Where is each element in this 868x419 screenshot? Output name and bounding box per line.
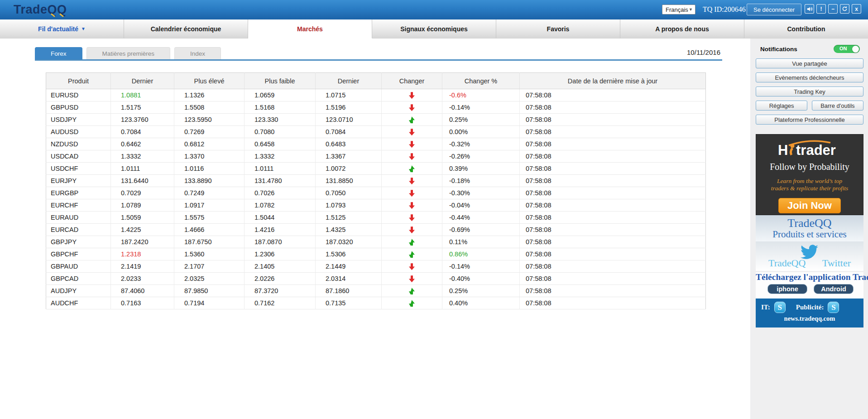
last-price-2: 123.0710 bbox=[316, 114, 382, 126]
change-percent: -0.69% bbox=[442, 224, 520, 236]
language-select[interactable]: Français ▼ bbox=[662, 5, 695, 14]
tab-favoris[interactable]: Favoris bbox=[496, 19, 620, 39]
product-link[interactable]: GBPCAD bbox=[46, 273, 111, 285]
tab-signaux-economiques[interactable]: Signaux économiques bbox=[372, 19, 496, 39]
product-link[interactable]: AUDUSD bbox=[46, 126, 111, 138]
product-link[interactable]: AUDJPY bbox=[46, 285, 111, 297]
hitrader-ad[interactable]: H trader Follow by Probability Learn fro… bbox=[756, 134, 863, 215]
low-price: 1.5168 bbox=[245, 101, 316, 114]
last-price-2: 0.6483 bbox=[316, 138, 382, 150]
change-percent: 0.00% bbox=[442, 126, 520, 138]
trading-key-button[interactable]: Trading Key bbox=[756, 87, 863, 96]
footer-site-link[interactable]: news.tradeqq.com bbox=[756, 315, 863, 323]
product-link[interactable]: USDCHF bbox=[46, 163, 111, 175]
market-row: GBPCAD2.02332.03252.02262.0314-0.40%07:5… bbox=[46, 273, 706, 285]
product-link[interactable]: EURJPY bbox=[46, 175, 111, 187]
last-price-2: 2.1449 bbox=[316, 260, 382, 273]
change-percent: -0.44% bbox=[442, 212, 520, 224]
notifications-label: Notifications bbox=[760, 46, 797, 53]
product-link[interactable]: GBPUSD bbox=[46, 101, 111, 114]
notifications-toggle[interactable]: ON bbox=[834, 45, 860, 53]
high-price: 133.8890 bbox=[174, 175, 245, 187]
low-price: 1.0782 bbox=[245, 199, 316, 212]
product-link[interactable]: GBPCHF bbox=[46, 248, 111, 260]
skype-icon[interactable]: S bbox=[774, 302, 786, 313]
products-services-banner[interactable]: TradeQQ Produits et services bbox=[756, 215, 863, 241]
change-percent: 0.86% bbox=[442, 248, 520, 260]
col-dernier-2: Dernier bbox=[316, 73, 382, 89]
high-price: 1.0116 bbox=[174, 163, 245, 175]
product-link[interactable]: AUDCHF bbox=[46, 297, 111, 309]
change-cell bbox=[382, 224, 442, 236]
last-price: 2.0233 bbox=[111, 273, 174, 285]
pro-platform-button[interactable]: Plateforme Professionnelle bbox=[756, 115, 863, 125]
low-price: 1.0111 bbox=[245, 163, 316, 175]
settings-button[interactable]: Réglages bbox=[756, 101, 807, 111]
product-link[interactable]: GBPJPY bbox=[46, 236, 111, 248]
market-subtabs: Forex Matières premières Index bbox=[35, 47, 221, 59]
minimize-icon[interactable]: − bbox=[828, 4, 838, 14]
market-date: 10/11/2016 bbox=[687, 48, 720, 56]
product-link[interactable]: NZDUSD bbox=[46, 138, 111, 150]
market-row: EURCHF1.07891.09171.07821.0793-0.04%07:5… bbox=[46, 199, 706, 212]
updated-time: 07:58:08 bbox=[520, 89, 706, 101]
product-link[interactable]: EURCHF bbox=[46, 199, 111, 212]
close-icon[interactable]: x bbox=[852, 4, 861, 14]
android-button[interactable]: Android bbox=[814, 284, 854, 294]
tab-fil-actualite[interactable]: Fil d'actualité ▼ bbox=[0, 19, 124, 39]
high-price: 1.5360 bbox=[174, 248, 245, 260]
last-price: 1.5175 bbox=[111, 101, 174, 114]
updated-time: 07:58:08 bbox=[520, 175, 706, 187]
caret-down-icon: ▼ bbox=[81, 26, 86, 31]
join-now-button[interactable]: Join Now bbox=[778, 198, 841, 213]
arrow-down-icon bbox=[409, 129, 415, 135]
col-changer-pct: Changer % bbox=[442, 73, 520, 89]
last-price: 1.0881 bbox=[111, 89, 174, 101]
change-percent: 0.25% bbox=[442, 114, 520, 126]
product-link[interactable]: USDCAD bbox=[46, 150, 111, 163]
last-price-2: 131.8850 bbox=[316, 175, 382, 187]
volume-icon[interactable] bbox=[805, 4, 814, 14]
tab-contribution[interactable]: Contribution bbox=[744, 19, 868, 39]
change-cell bbox=[382, 248, 442, 260]
change-percent: 0.39% bbox=[442, 163, 520, 175]
toolbar-button[interactable]: Barre d'outils bbox=[812, 101, 863, 111]
subtab-matieres-premieres[interactable]: Matières premières bbox=[86, 47, 171, 59]
subtab-forex[interactable]: Forex bbox=[35, 47, 82, 59]
product-link[interactable]: EURCAD bbox=[46, 224, 111, 236]
product-link[interactable]: GBPAUD bbox=[46, 260, 111, 273]
last-price-2: 1.0793 bbox=[316, 199, 382, 212]
promo-subtitle: Produits et services bbox=[772, 229, 846, 240]
refresh-icon[interactable] bbox=[840, 4, 849, 14]
change-cell bbox=[382, 297, 442, 309]
iphone-button[interactable]: iphone bbox=[767, 284, 807, 294]
market-row: USDCAD1.33321.33701.33321.3367-0.26%07:5… bbox=[46, 150, 706, 163]
tab-calendrier-economique[interactable]: Calendrier économique bbox=[124, 19, 248, 39]
skype-icon[interactable]: S bbox=[828, 302, 839, 313]
low-price: 2.0226 bbox=[245, 273, 316, 285]
market-row: EURCAD1.42251.46661.42161.4325-0.69%07:5… bbox=[46, 224, 706, 236]
alert-icon[interactable]: ! bbox=[816, 4, 826, 14]
tab-marches[interactable]: Marchés bbox=[248, 19, 372, 39]
arrow-up-icon bbox=[409, 251, 415, 258]
last-price-2: 187.0320 bbox=[316, 236, 382, 248]
last-price: 0.6462 bbox=[111, 138, 174, 150]
change-percent: -0.32% bbox=[442, 138, 520, 150]
twitter-banner[interactable]: TradeQQ Twitter bbox=[756, 241, 863, 271]
tab-a-propos[interactable]: A propos de nous bbox=[620, 19, 744, 39]
product-link[interactable]: EURAUD bbox=[46, 212, 111, 224]
low-price: 1.4216 bbox=[245, 224, 316, 236]
col-produit: Produit bbox=[46, 73, 111, 89]
product-link[interactable]: EURGBP bbox=[46, 187, 111, 199]
trigger-events-button[interactable]: Evènements déclencheurs bbox=[756, 72, 863, 82]
market-row: USDJPY123.3760123.5950123.330123.07100.2… bbox=[46, 114, 706, 126]
shared-view-button[interactable]: Vue partagée bbox=[756, 58, 863, 68]
low-price: 1.3332 bbox=[245, 150, 316, 163]
change-cell bbox=[382, 285, 442, 297]
low-price: 1.5044 bbox=[245, 212, 316, 224]
subtab-index[interactable]: Index bbox=[174, 47, 221, 59]
logout-button[interactable]: Se déconnecter bbox=[747, 4, 801, 15]
product-link[interactable]: USDJPY bbox=[46, 114, 111, 126]
last-price: 1.0111 bbox=[111, 163, 174, 175]
product-link[interactable]: EURUSD bbox=[46, 89, 111, 101]
